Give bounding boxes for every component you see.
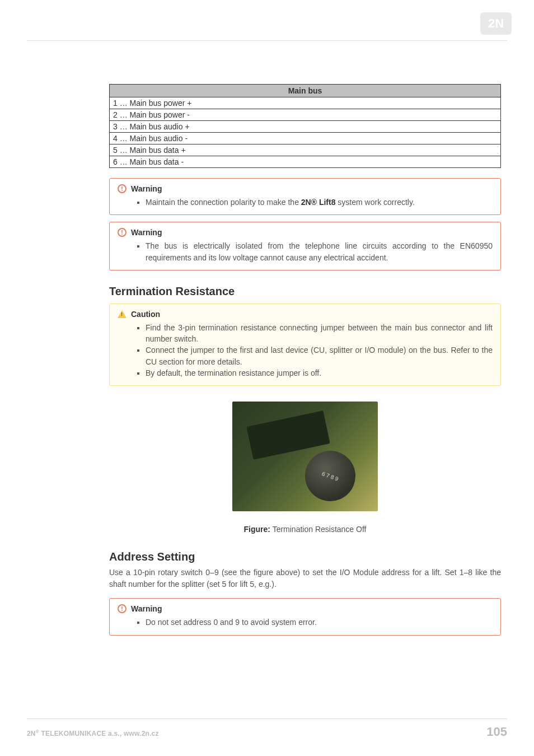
main-bus-table: Main bus 1 … Main bus power + 2 … Main b… xyxy=(109,84,501,168)
table-row: 4 … Main bus audio - xyxy=(110,133,501,144)
callout-item: Do not set address 0 and 9 to avoid syst… xyxy=(146,617,493,628)
page-number: 105 xyxy=(486,725,507,739)
warning-callout-2: ! Warning The bus is electrically isolat… xyxy=(109,222,501,270)
caution-icon xyxy=(118,310,127,318)
callout-title: Caution xyxy=(131,310,160,319)
table-row: 3 … Main bus audio + xyxy=(110,121,501,133)
svg-text:2N: 2N xyxy=(488,16,504,30)
warning-icon: ! xyxy=(118,604,127,613)
section-heading-address: Address Setting xyxy=(109,550,501,563)
header-divider xyxy=(27,40,507,41)
main-content: Main bus 1 … Main bus power + 2 … Main b… xyxy=(109,84,501,636)
callout-item: Find the 3-pin termination resistance co… xyxy=(146,322,493,345)
page-footer: 2N® TELEKOMUNIKACE a.s., www.2n.cz 105 xyxy=(27,718,507,739)
brand-logo: 2N xyxy=(480,12,512,35)
logo-2n-icon: 2N xyxy=(480,12,512,35)
table-row: 1 … Main bus power + xyxy=(110,97,501,109)
callout-item: The bus is electrically isolated from th… xyxy=(146,240,493,263)
table-header: Main bus xyxy=(110,85,501,97)
callout-title: Warning xyxy=(131,184,162,193)
footer-divider xyxy=(27,718,507,719)
page: 2N Main bus 1 … Main bus power + 2 … Mai… xyxy=(0,0,534,756)
warning-callout-3: ! Warning Do not set address 0 and 9 to … xyxy=(109,598,501,635)
callout-title: Warning xyxy=(131,228,162,237)
figure-caption: Figure: Termination Resistance Off xyxy=(109,525,501,534)
callout-title: Warning xyxy=(131,604,162,613)
section-heading-termination: Termination Resistance xyxy=(109,285,501,298)
table-row: 6 … Main bus data - xyxy=(110,156,501,168)
warning-icon: ! xyxy=(118,184,127,193)
address-paragraph: Use a 10-pin rotary switch 0–9 (see the … xyxy=(109,567,501,590)
footer-company: 2N® TELEKOMUNIKACE a.s., www.2n.cz xyxy=(27,729,159,738)
caution-callout: Caution Find the 3-pin termination resis… xyxy=(109,304,501,386)
callout-item: By default, the termination resistance j… xyxy=(146,367,493,379)
figure-image-termination-resistance: 6 7 8 9 xyxy=(232,402,378,511)
table-row: 5 … Main bus data + xyxy=(110,144,501,156)
warning-icon: ! xyxy=(118,228,127,237)
warning-callout-1: ! Warning Maintain the connection polari… xyxy=(109,178,501,215)
figure-block: 6 7 8 9 Figure: Termination Resistance O… xyxy=(109,402,501,534)
table-row: 2 … Main bus power - xyxy=(110,109,501,121)
callout-item: Maintain the connection polarity to make… xyxy=(146,197,493,208)
callout-item: Connect the jumper to the first and last… xyxy=(146,344,493,367)
